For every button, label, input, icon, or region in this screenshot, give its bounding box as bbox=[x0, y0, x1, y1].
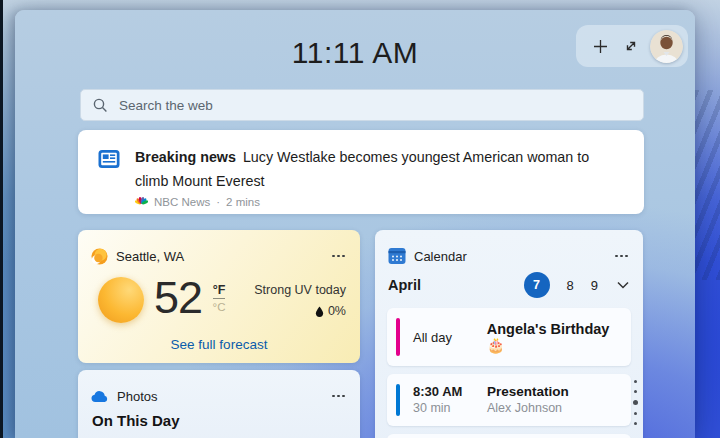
sunny-condition-icon bbox=[98, 277, 144, 323]
calendar-icon bbox=[388, 247, 406, 265]
screen-left-edge bbox=[0, 0, 3, 438]
news-source: NBC News bbox=[154, 196, 210, 208]
droplet-icon bbox=[315, 306, 324, 317]
add-widget-button[interactable] bbox=[589, 35, 611, 57]
news-card[interactable]: Breaking newsLucy Westlake becomes young… bbox=[78, 130, 644, 214]
photos-header: Photos bbox=[78, 370, 360, 410]
event-presentation[interactable]: 8:30 AM 30 min Presentation Alex Johnson bbox=[387, 374, 631, 426]
precipitation-value: 0% bbox=[328, 304, 346, 318]
event-title-text: Angela's Birthday bbox=[487, 321, 610, 337]
cake-emoji: 🎂 bbox=[487, 337, 505, 353]
news-content: Breaking newsLucy Westlake becomes young… bbox=[135, 145, 624, 214]
widgets-panel: 11:11 AM bbox=[15, 10, 695, 438]
news-age: 2 mins bbox=[226, 196, 260, 208]
on-this-day-heading: On This Day bbox=[92, 412, 180, 429]
news-tag: Breaking news bbox=[135, 149, 236, 165]
weather-sun-icon bbox=[91, 248, 108, 265]
event-title: Angela's Birthday 🎂 bbox=[487, 321, 631, 354]
event-time-column: 8:30 AM 30 min bbox=[413, 383, 487, 426]
fahrenheit-toggle[interactable]: °F bbox=[213, 283, 226, 299]
weather-more-options-button[interactable] bbox=[330, 251, 347, 262]
calendar-more-options-button[interactable] bbox=[613, 251, 630, 262]
see-full-forecast-link[interactable]: See full forecast bbox=[78, 337, 360, 352]
event-title: Presentation bbox=[487, 383, 569, 400]
weather-details: Strong UV today 0% bbox=[254, 283, 346, 318]
event-birthday[interactable]: All day Angela's Birthday 🎂 bbox=[387, 308, 631, 366]
temperature-value: 52 bbox=[154, 272, 202, 324]
photos-app-title: Photos bbox=[117, 389, 157, 404]
cloud-icon bbox=[91, 390, 109, 403]
calendar-widget: Calendar April 7 8 9 All day Angela's Bi… bbox=[375, 230, 643, 438]
unit-toggle: °F °C bbox=[209, 280, 229, 313]
widgets-toolbar bbox=[576, 25, 688, 67]
weather-widget[interactable]: Seattle, WA 52 °F °C Strong UV today 0% … bbox=[78, 230, 360, 363]
user-avatar[interactable] bbox=[650, 30, 683, 63]
news-source-row: NBC News · 2 mins bbox=[135, 196, 624, 208]
news-headline: Breaking newsLucy Westlake becomes young… bbox=[135, 145, 624, 193]
avatar-image bbox=[650, 30, 683, 63]
chevron-down-icon[interactable] bbox=[615, 279, 631, 291]
calendar-app-title: Calendar bbox=[414, 249, 467, 264]
expand-panel-button[interactable] bbox=[620, 35, 642, 57]
date-8[interactable]: 8 bbox=[567, 278, 574, 293]
event-time: All day bbox=[413, 330, 487, 345]
celsius-toggle[interactable]: °C bbox=[209, 301, 229, 313]
news-icon bbox=[98, 148, 120, 170]
plus-icon bbox=[592, 38, 609, 55]
expand-icon bbox=[623, 38, 639, 54]
date-strip: 7 8 9 bbox=[524, 272, 631, 298]
search-input[interactable] bbox=[117, 97, 631, 114]
event-duration: 30 min bbox=[413, 400, 487, 417]
event-time: 8:30 AM bbox=[413, 383, 487, 400]
calendar-month-row: April 7 8 9 bbox=[388, 271, 631, 299]
event-list: All day Angela's Birthday 🎂 8:30 AM 30 m… bbox=[387, 308, 631, 438]
search-bar[interactable] bbox=[80, 89, 644, 121]
search-icon bbox=[93, 98, 108, 113]
photos-more-options-button[interactable] bbox=[330, 391, 347, 402]
calendar-header: Calendar bbox=[375, 230, 643, 270]
uv-alert: Strong UV today bbox=[254, 283, 346, 297]
calendar-scroll-indicator[interactable] bbox=[633, 380, 638, 425]
nbc-peacock-icon bbox=[135, 196, 148, 208]
news-separator: · bbox=[216, 196, 220, 208]
month-label: April bbox=[388, 277, 421, 293]
weather-location: Seattle, WA bbox=[116, 249, 184, 264]
event-accent-bar bbox=[396, 384, 400, 416]
precipitation-row: 0% bbox=[254, 304, 346, 318]
event-accent-bar bbox=[396, 318, 400, 356]
photos-widget[interactable]: Photos On This Day bbox=[78, 370, 360, 438]
desktop-wallpaper-streaks bbox=[694, 90, 720, 280]
date-7-selected[interactable]: 7 bbox=[524, 272, 550, 298]
weather-header: Seattle, WA bbox=[78, 230, 360, 270]
event-person: Alex Johnson bbox=[487, 400, 569, 417]
event-main-column: Presentation Alex Johnson bbox=[487, 383, 569, 426]
date-9[interactable]: 9 bbox=[591, 278, 598, 293]
event-next-partial[interactable] bbox=[387, 434, 631, 438]
